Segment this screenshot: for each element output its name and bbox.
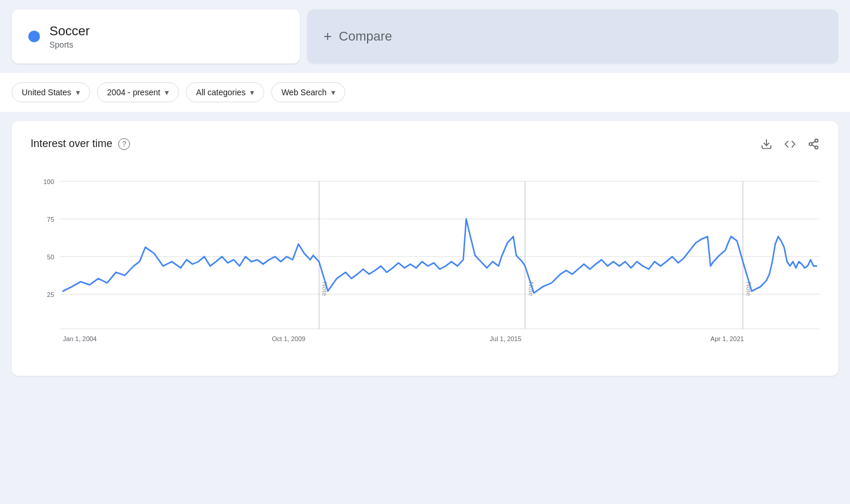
chart-section: Interest over time ? — [12, 121, 838, 376]
embed-button[interactable] — [784, 138, 796, 150]
svg-line-5 — [812, 141, 815, 143]
period-value: 2004 - present — [107, 88, 160, 97]
compare-label: Compare — [339, 29, 392, 44]
svg-text:Jan 1, 2004: Jan 1, 2004 — [63, 335, 96, 342]
region-value: United States — [22, 88, 71, 97]
topic-card: Soccer Sports — [12, 9, 300, 64]
svg-text:75: 75 — [47, 215, 54, 222]
download-button[interactable] — [761, 138, 772, 150]
compare-plus-icon: + — [324, 28, 332, 45]
svg-line-4 — [812, 145, 815, 146]
trend-chart: 100 75 50 25 Note Note Note Jan 1, 2004 … — [31, 169, 819, 357]
svg-text:Apr 1, 2021: Apr 1, 2021 — [711, 335, 744, 342]
category-value: All categories — [196, 88, 245, 97]
category-chevron-icon: ▾ — [250, 88, 254, 97]
period-chevron-icon: ▾ — [165, 88, 169, 97]
help-question-mark: ? — [122, 140, 126, 148]
region-chevron-icon: ▾ — [76, 88, 80, 97]
period-filter[interactable]: 2004 - present ▾ — [97, 82, 179, 102]
category-filter[interactable]: All categories ▾ — [186, 82, 264, 102]
compare-card[interactable]: + Compare — [307, 9, 838, 64]
search-type-chevron-icon: ▾ — [331, 88, 335, 97]
filters-bar: United States ▾ 2004 - present ▾ All cat… — [0, 73, 850, 112]
topic-info: Soccer Sports — [49, 24, 89, 49]
svg-text:25: 25 — [47, 291, 54, 298]
search-type-filter[interactable]: Web Search ▾ — [271, 82, 345, 102]
chart-header: Interest over time ? — [31, 138, 819, 150]
svg-text:Oct 1, 2009: Oct 1, 2009 — [272, 335, 305, 342]
svg-text:50: 50 — [47, 253, 54, 260]
search-type-value: Web Search — [281, 88, 326, 97]
svg-text:Jul 1, 2015: Jul 1, 2015 — [490, 335, 522, 342]
svg-text:100: 100 — [44, 178, 54, 185]
topic-subtitle: Sports — [49, 40, 89, 49]
chart-title: Interest over time — [31, 138, 112, 150]
help-icon[interactable]: ? — [118, 138, 130, 150]
topic-dot — [28, 31, 40, 42]
chart-title-area: Interest over time ? — [31, 138, 130, 150]
region-filter[interactable]: United States ▾ — [12, 82, 90, 102]
share-button[interactable] — [808, 138, 819, 150]
topic-name: Soccer — [49, 24, 89, 39]
chart-actions — [761, 138, 819, 150]
chart-svg: 100 75 50 25 Note Note Note Jan 1, 2004 … — [31, 169, 819, 357]
